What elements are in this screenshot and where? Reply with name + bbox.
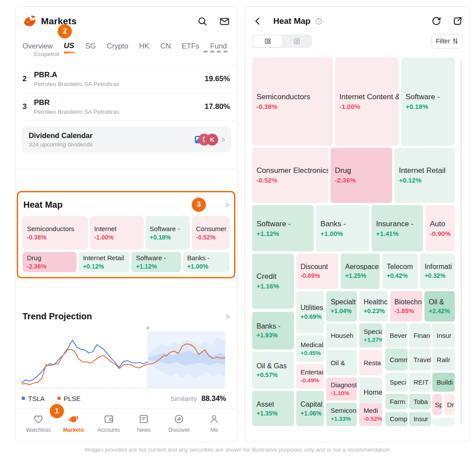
treemap-tile-specia[interactable]: Specia+1.27% bbox=[359, 323, 383, 348]
heatmap-section-title: Heat Map bbox=[23, 200, 205, 210]
nav-item-news[interactable]: News bbox=[130, 413, 158, 441]
scrollbar[interactable] bbox=[461, 59, 462, 424]
treemap-tile-entertai[interactable]: Entertai-0.49% bbox=[296, 363, 324, 389]
treemap-tile-oil[interactable]: Oil & bbox=[326, 349, 357, 376]
treemap-tile-househ[interactable]: Househ bbox=[326, 323, 357, 348]
treemap-tile-speci[interactable]: Speci bbox=[385, 372, 408, 392]
top-movers-list: 1Ecopetrol2PBR.APetroleo Brasileiro SA P… bbox=[15, 50, 237, 121]
treemap-tile-auto[interactable]: Auto-0.90% bbox=[425, 205, 455, 252]
share-icon[interactable] bbox=[452, 16, 463, 26]
mini-tile-internet-retail[interactable]: Internet Retail+0.12% bbox=[78, 252, 130, 272]
mini-tile-software[interactable]: Software -+0.18% bbox=[145, 216, 190, 250]
refresh-icon[interactable] bbox=[431, 16, 442, 26]
treemap-tile-dr[interactable]: Dr bbox=[444, 393, 455, 415]
treemap-tile-reit[interactable]: REIT - bbox=[409, 372, 431, 392]
tile-change: +0.23% bbox=[364, 307, 388, 314]
mover-row-2[interactable]: 2PBR.APetroleo Brasileiro SA Petrobras19… bbox=[22, 65, 237, 93]
treemap-tile-railr[interactable]: Railr bbox=[432, 348, 455, 371]
treemap-tile-asset[interactable]: Asset+1.35% bbox=[252, 390, 294, 426]
treemap-tile-resta[interactable]: Resta bbox=[359, 349, 383, 376]
treemap-tile-drug[interactable]: Drug-2.36% bbox=[330, 147, 393, 203]
tile-name: Farm bbox=[390, 398, 408, 405]
treemap-tile-insurance[interactable]: Insurance -+1.41% bbox=[371, 205, 424, 252]
treemap-tile-sp[interactable]: Sp bbox=[432, 393, 443, 415]
nav-item-markets[interactable]: Markets bbox=[60, 413, 88, 441]
treemap-tile-farm[interactable]: Farm bbox=[385, 393, 408, 410]
tab-sg[interactable]: SG bbox=[85, 42, 96, 50]
back-icon[interactable] bbox=[252, 15, 264, 27]
nav-item-watchlists[interactable]: Watchlists bbox=[24, 413, 52, 441]
mini-tile-banks[interactable]: Banks -+1.00% bbox=[183, 252, 230, 272]
treemap-tile-banks[interactable]: Banks -+1.00% bbox=[316, 205, 370, 252]
chevron-right-icon[interactable]: > bbox=[226, 312, 229, 321]
tab-crypto[interactable]: Crypto bbox=[107, 42, 128, 50]
treemap-tile-semicon[interactable]: Semicon+1.33% bbox=[326, 402, 357, 427]
treemap-tile-software[interactable]: Software -+0.18% bbox=[401, 57, 455, 146]
treemap-tile-insur[interactable]: Insur bbox=[432, 323, 455, 348]
nav-label: News bbox=[137, 427, 151, 433]
treemap-tile-biotechn[interactable]: Biotechn-1.85% bbox=[390, 291, 423, 322]
trend-projection-chart[interactable] bbox=[22, 328, 225, 389]
nav-item-discover[interactable]: Discover bbox=[165, 413, 193, 441]
mini-tile-consumer[interactable]: Consumer-0.52% bbox=[192, 216, 230, 250]
tile-change: -0.49% bbox=[301, 377, 324, 384]
treemap-tile-utilities[interactable]: Utilities+0.69% bbox=[296, 291, 324, 333]
search-icon[interactable] bbox=[197, 15, 208, 27]
grid-view-button[interactable] bbox=[253, 35, 282, 47]
mini-tile-semiconductors[interactable]: Semiconductors-0.38% bbox=[22, 216, 88, 250]
chevron-right-icon[interactable]: > bbox=[225, 201, 229, 209]
treemap-tile-informati[interactable]: Informati+0.32% bbox=[420, 253, 455, 289]
mini-tile-software[interactable]: Software -+1.12% bbox=[131, 252, 181, 272]
treemap-tile-buildi[interactable]: Buildi bbox=[432, 372, 455, 392]
mover-row-3[interactable]: 3PBRPetroleo Brasileiro SA Petrobras17.8… bbox=[22, 93, 237, 121]
nav-label: Markets bbox=[63, 427, 84, 433]
treemap-tile-software[interactable]: Software -+1.12% bbox=[252, 205, 314, 252]
treemap-tile-finan[interactable]: Finan bbox=[409, 323, 431, 348]
tile-name: Househ bbox=[331, 332, 357, 339]
treemap-tile-banks[interactable]: Banks -+1.93% bbox=[252, 311, 294, 350]
treemap-tile-comp[interactable]: Comp bbox=[385, 412, 408, 427]
tab-overview[interactable]: Overview bbox=[22, 42, 53, 50]
nav-item-me[interactable]: Me bbox=[200, 413, 228, 441]
treemap-tile-telecom[interactable]: Telecom+0.42% bbox=[382, 253, 418, 289]
mini-tile-drug[interactable]: Drug-2.36% bbox=[22, 252, 77, 272]
treemap-tile-blank[interactable] bbox=[432, 417, 455, 427]
tab-cn[interactable]: CN bbox=[160, 42, 171, 50]
treemap-tile-internet-retail[interactable]: Internet Retail+0.12% bbox=[394, 147, 455, 203]
treemap-tile-semiconductors[interactable]: Semiconductors-0.38% bbox=[252, 57, 333, 146]
dividend-calendar-card[interactable]: Dividend Calendar 324 upcoming dividends… bbox=[22, 126, 231, 153]
tab-us[interactable]: US bbox=[64, 41, 74, 50]
treemap-tile-travel[interactable]: Travel bbox=[409, 348, 431, 371]
tile-name: Banks - bbox=[320, 220, 369, 228]
treemap-tile-diagnost[interactable]: Diagnost-1.10% bbox=[326, 377, 357, 401]
mover-rank: 2 bbox=[22, 75, 34, 83]
treemap-tile-toba[interactable]: Toba bbox=[409, 393, 431, 410]
treemap-tile-credit[interactable]: Credit+1.16% bbox=[252, 253, 294, 309]
filter-button[interactable]: Filter bbox=[431, 34, 463, 49]
treemap-tile-medi[interactable]: Medi-0.52% bbox=[359, 402, 383, 427]
tile-change: -1.10% bbox=[331, 390, 357, 397]
treemap-tile-comm[interactable]: Comm bbox=[385, 348, 408, 371]
mover-row-1[interactable]: 1Ecopetrol bbox=[22, 50, 237, 65]
list-view-button[interactable] bbox=[282, 35, 311, 47]
tile-name: Banks - bbox=[257, 322, 294, 330]
mail-icon[interactable] bbox=[219, 15, 230, 27]
mini-tile-internet[interactable]: Internet-1.00% bbox=[90, 216, 144, 250]
info-icon[interactable] bbox=[315, 17, 323, 26]
treemap-tile-bever[interactable]: Bever bbox=[385, 323, 408, 348]
treemap-tile-aerospace[interactable]: Aerospace+1.25% bbox=[340, 253, 380, 289]
tab-fund[interactable]: Fund bbox=[210, 42, 227, 50]
treemap-tile-healthca[interactable]: Healthca+0.23% bbox=[359, 291, 388, 322]
treemap-tile-specialt[interactable]: Specialt+1.04% bbox=[326, 291, 357, 322]
treemap-tile-capital[interactable]: Capital+1.06% bbox=[296, 390, 324, 426]
treemap-tile-discount[interactable]: Discount-0.89% bbox=[296, 253, 339, 289]
treemap-tile-insur[interactable]: Insur bbox=[409, 412, 431, 427]
treemap-tile-oil-gas[interactable]: Oil & Gas+0.57% bbox=[252, 351, 294, 389]
treemap-tile-internet-content[interactable]: Internet Content &-1.00% bbox=[335, 57, 399, 146]
treemap-tile-consumer-electronics[interactable]: Consumer Electronics-0.52% bbox=[252, 147, 329, 203]
treemap-tile-oil[interactable]: Oil &+2.42% bbox=[424, 291, 455, 322]
tab-etfs[interactable]: ETFs bbox=[182, 42, 199, 50]
tab-hk[interactable]: HK bbox=[139, 42, 149, 50]
treemap-tile-medical[interactable]: Medical+0.45% bbox=[296, 335, 324, 362]
nav-item-accounts[interactable]: Accounts bbox=[95, 413, 123, 441]
